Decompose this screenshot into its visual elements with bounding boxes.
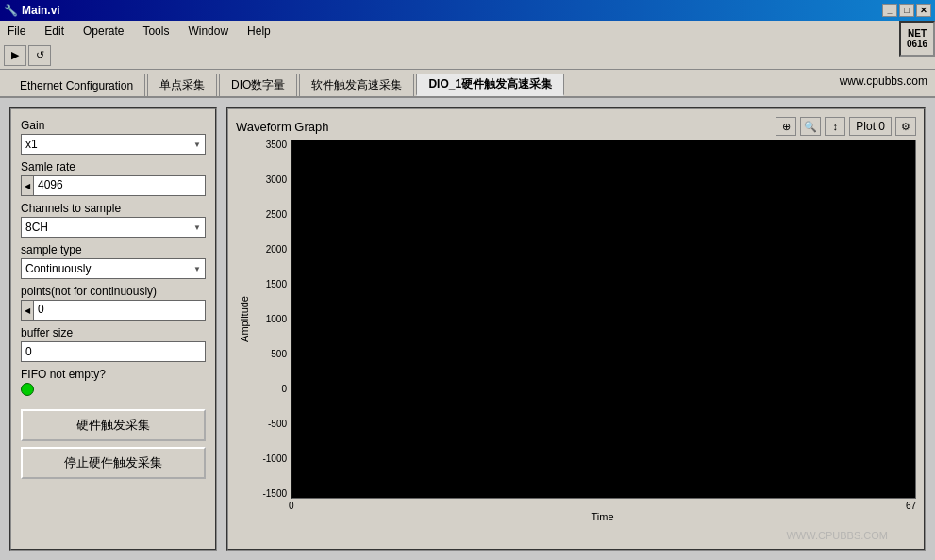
graph-title: Waveform Graph <box>236 120 329 134</box>
y-tick-500: 500 <box>271 349 287 359</box>
buffer-size-value: 0 <box>21 341 206 362</box>
stop-button[interactable]: ↺ <box>28 45 51 66</box>
y-tick-1000: 1000 <box>266 314 287 324</box>
tabs-bar: Ethernet Configuration 单点采集 DIO数字量 软件触发高… <box>0 70 935 98</box>
action-buttons: 硬件触发采集 停止硬件触发采集 <box>21 409 206 479</box>
y-tick-3500: 3500 <box>266 140 287 150</box>
sample-rate-section: Samle rate ◀ 4096 <box>21 160 206 196</box>
y-tick-neg1000: -1000 <box>262 453 287 464</box>
channels-section: Channels to sample 8CH ▼ <box>21 202 206 238</box>
channels-dropdown[interactable]: 8CH ▼ <box>21 217 206 238</box>
y-axis-label: Amplitude <box>236 296 251 342</box>
channels-label: Channels to sample <box>21 202 206 215</box>
x-tick-end: 67 <box>906 501 916 511</box>
title-bar-controls[interactable]: _ □ ✕ <box>882 4 931 17</box>
website-label: www.cpubbs.com <box>840 74 927 91</box>
buffer-size-section: buffer size 0 <box>21 326 206 362</box>
y-tick-1500: 1500 <box>266 279 287 289</box>
menu-operate[interactable]: Operate <box>79 23 127 40</box>
maximize-button[interactable]: □ <box>899 4 914 17</box>
channels-dropdown-arrow: ▼ <box>193 223 201 232</box>
sample-rate-input[interactable]: 4096 <box>34 175 206 196</box>
waveform-canvas[interactable] <box>291 140 916 499</box>
graph-main-row: Amplitude 3500 3000 2500 2000 1500 1000 … <box>236 140 916 499</box>
gain-value: x1 <box>25 138 38 151</box>
graph-zoom-button[interactable]: 🔍 <box>800 117 821 136</box>
buffer-size-label: buffer size <box>21 326 206 339</box>
tab-dio-digital[interactable]: DIO数字量 <box>219 74 297 96</box>
title-bar: 🔧 Main.vi _ □ ✕ <box>0 0 935 21</box>
fifo-indicator <box>21 383 34 396</box>
points-decrement[interactable]: ◀ <box>21 300 34 321</box>
run-button[interactable]: ▶ <box>4 45 26 66</box>
gain-label: Gain <box>21 119 206 132</box>
watermark: WWW.CPUBBS.COM <box>786 530 888 541</box>
net-badge: NET 0616 <box>899 21 935 57</box>
sample-rate-label: Samle rate <box>21 160 206 173</box>
graph-cursor-button[interactable]: ↕ <box>825 117 845 136</box>
fifo-section: FIFO not empty? <box>21 368 206 396</box>
points-input-row: ◀ 0 <box>21 300 206 321</box>
tab-single-collect[interactable]: 单点采集 <box>147 74 217 96</box>
window-title: Main.vi <box>22 4 60 17</box>
fifo-label: FIFO not empty? <box>21 368 206 381</box>
y-tick-neg1500: -1500 <box>262 488 287 499</box>
menu-edit[interactable]: Edit <box>41 23 68 40</box>
hw-trigger-collect-button[interactable]: 硬件触发采集 <box>21 409 206 441</box>
tab-ethernet-config[interactable]: Ethernet Configuration <box>8 74 145 96</box>
menu-file[interactable]: File <box>4 23 29 40</box>
minimize-button[interactable]: _ <box>882 4 897 17</box>
tab-software-trigger[interactable]: 软件触发高速采集 <box>299 74 414 96</box>
tab-dio1-hardware-trigger[interactable]: DIO_1硬件触发高速采集 <box>416 74 564 96</box>
x-axis-ticks: 0 67 <box>289 499 916 511</box>
menu-help[interactable]: Help <box>243 23 275 40</box>
points-input[interactable]: 0 <box>34 300 206 321</box>
y-tick-2500: 2500 <box>266 209 287 220</box>
left-panel: Gain x1 ▼ Samle rate ◀ 4096 Channels to … <box>9 107 217 551</box>
y-tick-3000: 3000 <box>266 174 287 185</box>
y-tick-0: 0 <box>281 384 287 394</box>
points-section: points(not for continuously) ◀ 0 <box>21 285 206 321</box>
fifo-indicator-row <box>21 383 206 396</box>
gain-dropdown-arrow: ▼ <box>193 140 201 149</box>
graph-add-button[interactable]: ⊕ <box>776 117 796 136</box>
stop-hw-trigger-button[interactable]: 停止硬件触发采集 <box>21 447 206 479</box>
y-labels-col: Amplitude <box>236 140 251 499</box>
graph-settings-button[interactable]: ⚙ <box>895 117 916 136</box>
sample-rate-decrement[interactable]: ◀ <box>21 175 34 196</box>
graph-controls: ⊕ 🔍 ↕ Plot 0 ⚙ <box>776 117 916 136</box>
menu-window[interactable]: Window <box>184 23 232 40</box>
sample-type-dropdown[interactable]: Continuously ▼ <box>21 258 206 279</box>
sample-type-section: sample type Continuously ▼ <box>21 243 206 279</box>
x-axis-label: Time <box>289 511 916 522</box>
net-value: 0616 <box>907 39 927 49</box>
sample-type-value: Continuously <box>25 262 91 275</box>
channels-value: 8CH <box>25 221 48 234</box>
plot-label: Plot 0 <box>849 117 892 136</box>
gain-dropdown[interactable]: x1 ▼ <box>21 134 206 155</box>
toolbar: ▶ ↺ <box>0 41 935 70</box>
graph-and-axes: Amplitude 3500 3000 2500 2000 1500 1000 … <box>236 140 916 522</box>
gain-section: Gain x1 ▼ <box>21 119 206 155</box>
y-tick-neg500: -500 <box>268 419 287 429</box>
title-bar-left: 🔧 Main.vi <box>4 4 60 17</box>
right-panel: Waveform Graph ⊕ 🔍 ↕ Plot 0 ⚙ Amplitude … <box>226 107 926 551</box>
main-content: Gain x1 ▼ Samle rate ◀ 4096 Channels to … <box>0 98 935 560</box>
watermark-area: WWW.CPUBBS.COM <box>236 522 916 541</box>
sample-rate-input-row: ◀ 4096 <box>21 175 206 196</box>
menu-bar: File Edit Operate Tools Window Help <box>0 21 935 41</box>
sample-type-label: sample type <box>21 243 206 256</box>
close-button[interactable]: ✕ <box>916 4 931 17</box>
net-label: NET <box>908 28 927 39</box>
y-tick-2000: 2000 <box>266 244 287 255</box>
graph-header: Waveform Graph ⊕ 🔍 ↕ Plot 0 ⚙ <box>236 117 916 136</box>
x-tick-start: 0 <box>289 501 294 511</box>
sample-type-dropdown-arrow: ▼ <box>193 265 201 273</box>
points-label: points(not for continuously) <box>21 285 206 298</box>
y-ticks-col: 3500 3000 2500 2000 1500 1000 500 0 -500… <box>251 140 291 499</box>
title-bar-icon: 🔧 <box>4 4 18 17</box>
menu-tools[interactable]: Tools <box>139 23 173 40</box>
